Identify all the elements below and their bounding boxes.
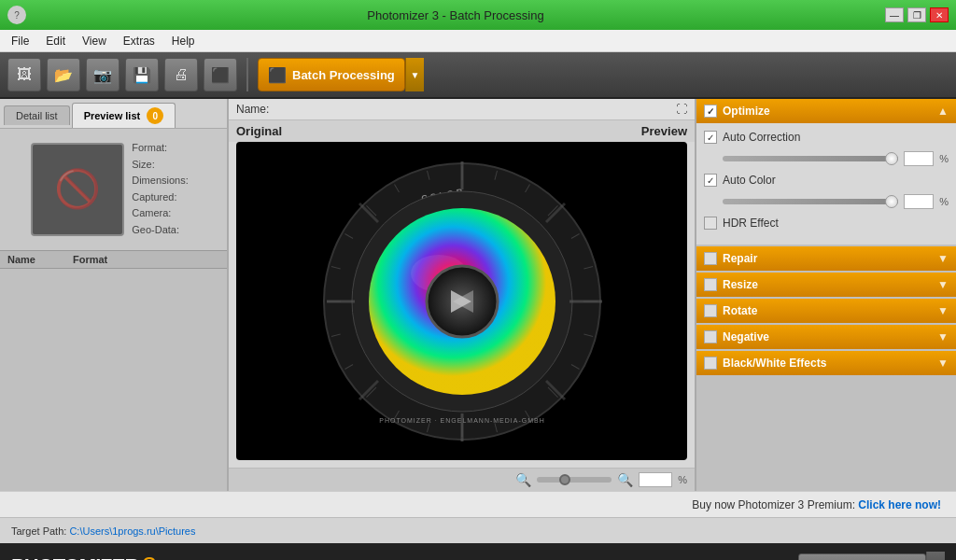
name-label: Name: xyxy=(236,103,269,116)
section-repair: Repair xyxy=(696,246,956,271)
auto-color-label: Auto Color xyxy=(723,174,776,187)
target-path-bar: Target Path: C:\Users\1progs.ru\Pictures xyxy=(0,517,956,543)
captured-label: Captured: xyxy=(132,191,176,203)
section-negative-header[interactable]: Negative xyxy=(696,325,956,349)
auto-color-checkbox[interactable]: ✓ xyxy=(704,174,717,187)
footer: PHOTOMIZER 3 Copyright © 2019 Engelmann … xyxy=(0,543,956,560)
name-bar: Name: ⛶ xyxy=(229,99,695,120)
auto-correction-checkbox[interactable]: ✓ xyxy=(704,131,717,144)
toolbar-open-button[interactable]: 🖼 xyxy=(7,58,41,91)
toolbar-frame-button[interactable]: ⬛ xyxy=(204,58,237,91)
minimize-button[interactable]: — xyxy=(885,7,904,22)
list-header: Name Format xyxy=(0,250,227,269)
section-negative: Negative xyxy=(696,325,956,349)
expand-icon[interactable]: ⛶ xyxy=(676,103,687,116)
app-icon: ? xyxy=(7,6,26,24)
menubar: File Edit View Extras Help xyxy=(0,30,956,52)
center-panel: Name: ⛶ Original Preview xyxy=(229,99,695,491)
rotate-checkbox[interactable] xyxy=(704,304,717,317)
format-label: Format: xyxy=(132,142,167,153)
auto-color-slider-row: 100 % xyxy=(704,194,949,209)
camera-placeholder-icon: 🚫 xyxy=(54,167,101,211)
zoom-out-icon[interactable]: 🔍 xyxy=(515,472,531,487)
camera-label: Camera: xyxy=(132,207,171,218)
hdr-effect-checkbox[interactable] xyxy=(704,217,717,230)
batch-processing-dropdown[interactable]: ▼ xyxy=(405,58,424,91)
zoom-slider[interactable] xyxy=(537,477,612,483)
buy-text: Buy now Photomizer 3 Premium: xyxy=(692,498,855,511)
toolbar: 🖼 📂 📷 💾 🖨 ⬛ ⬛ Batch Processing ▼ xyxy=(0,52,956,99)
preview-list-label: Preview list xyxy=(84,110,141,121)
bw-chevron xyxy=(937,357,949,370)
buy-link[interactable]: Click here now! xyxy=(858,498,941,511)
auto-correction-thumb xyxy=(885,152,898,165)
toolbar-folder-button[interactable]: 📂 xyxy=(47,58,80,91)
bw-label: Black/White Effects xyxy=(723,357,826,370)
optimize-checkbox[interactable]: ✓ xyxy=(704,105,717,118)
menu-view[interactable]: View xyxy=(75,33,114,49)
photo-placeholder: 🚫 xyxy=(31,143,124,236)
auto-color-row: ✓ Auto Color xyxy=(704,174,949,187)
col-format: Format xyxy=(73,254,107,265)
window-controls: — ❐ ✕ xyxy=(885,7,949,22)
section-optimize-header[interactable]: ✓ Optimize xyxy=(696,99,956,123)
section-resize-header[interactable]: Resize xyxy=(696,273,956,297)
auto-color-value[interactable]: 100 xyxy=(904,194,934,209)
titlebar: ? Photomizer 3 - Batch Processing — ❐ ✕ xyxy=(0,0,956,30)
tabs-row: Detail list Preview list 0 xyxy=(0,99,227,129)
save-dropdown-button[interactable]: ▼ xyxy=(926,552,945,560)
menu-extras[interactable]: Extras xyxy=(116,33,162,49)
size-label: Size: xyxy=(132,159,154,170)
bw-checkbox[interactable] xyxy=(704,357,717,370)
section-rotate-header[interactable]: Rotate xyxy=(696,299,956,323)
status-bar: Buy now Photomizer 3 Premium: Click here… xyxy=(0,491,956,517)
menu-edit[interactable]: Edit xyxy=(38,33,73,49)
file-dimensions-row: Dimensions: xyxy=(132,173,189,189)
zoom-input[interactable]: 0 xyxy=(639,472,672,487)
original-label: Original xyxy=(236,124,282,138)
auto-correction-value[interactable]: 100 xyxy=(904,151,934,166)
repair-chevron xyxy=(937,252,949,265)
auto-correction-slider[interactable] xyxy=(723,156,898,161)
file-size-row: Size: xyxy=(132,157,189,174)
batch-icon: ⬛ xyxy=(268,66,287,84)
toolbar-separator xyxy=(246,58,248,91)
menu-help[interactable]: Help xyxy=(164,33,203,49)
section-resize: Resize xyxy=(696,273,956,297)
auto-correction-unit: % xyxy=(939,153,949,164)
main-content: Detail list Preview list 0 🚫 Format: Siz… xyxy=(0,99,956,491)
resize-label: Resize xyxy=(723,278,758,291)
toolbar-camera-button[interactable]: 📷 xyxy=(86,58,120,91)
section-optimize: ✓ Optimize ✓ Auto Correction 100 % xyxy=(696,99,956,245)
resize-checkbox[interactable] xyxy=(704,278,717,291)
toolbar-print-button[interactable]: 🖨 xyxy=(164,58,198,91)
right-panel: ✓ Optimize ✓ Auto Correction 100 % xyxy=(695,99,956,491)
negative-label: Negative xyxy=(723,330,769,343)
zoom-in-icon[interactable]: 🔍 xyxy=(617,472,633,487)
toolbar-save-button[interactable]: 💾 xyxy=(125,58,159,91)
target-path[interactable]: C:\Users\1progs.ru\Pictures xyxy=(69,525,195,537)
auto-color-slider[interactable] xyxy=(723,199,898,204)
resize-chevron xyxy=(937,278,949,291)
repair-label: Repair xyxy=(723,252,757,265)
auto-correction-label: Auto Correction xyxy=(723,131,800,144)
close-button[interactable]: ✕ xyxy=(930,7,949,22)
geodata-label: Geo-Data: xyxy=(132,224,179,235)
section-bw-header[interactable]: Black/White Effects xyxy=(696,351,956,375)
footer-logo: PHOTOMIZER 3 xyxy=(11,552,157,560)
restore-button[interactable]: ❐ xyxy=(907,7,926,22)
section-repair-header[interactable]: Repair xyxy=(696,246,956,271)
tab-detail-list[interactable]: Detail list xyxy=(4,105,70,125)
negative-chevron xyxy=(937,330,949,343)
save-all-button[interactable]: 💾 Save All Images xyxy=(798,553,926,560)
auto-color-unit: % xyxy=(939,196,949,207)
negative-checkbox[interactable] xyxy=(704,330,717,343)
repair-checkbox[interactable] xyxy=(704,252,717,265)
menu-file[interactable]: File xyxy=(4,33,36,49)
batch-processing-button[interactable]: ⬛ Batch Processing xyxy=(258,58,405,91)
tab-preview-list[interactable]: Preview list 0 xyxy=(72,103,176,128)
hdr-effect-label: HDR Effect xyxy=(723,217,779,230)
zoom-unit: % xyxy=(678,474,687,485)
batch-processing-label: Batch Processing xyxy=(292,68,395,82)
preview-list-badge: 0 xyxy=(147,107,163,124)
